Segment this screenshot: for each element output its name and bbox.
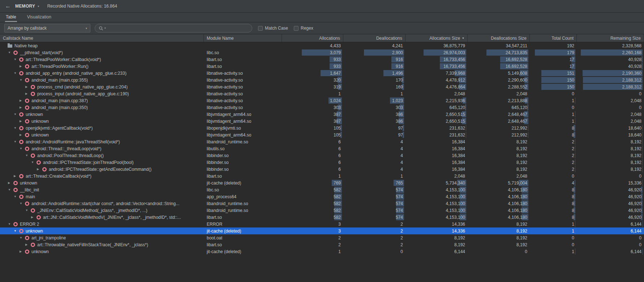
table-row[interactable]: Native heap4,4334,24136,875,77934,547,21… [0,42,644,49]
table-row[interactable]: ▼android_main (main.cpp:355)libnative-ac… [0,77,644,83]
table-row[interactable]: ▼unknownjit-cache (deleted)3214,3368,192… [0,227,644,234]
column-header-deallocations[interactable]: Deallocations [343,34,405,42]
value-text: 212,992 [512,126,530,131]
table-row[interactable]: ▶unknownlibjvmtiagent_arm64.so3873862,65… [0,118,644,125]
session-selector[interactable]: MEMORY ▾ [15,4,39,9]
value-text: 2,648,467 [508,119,530,124]
deallocations-size-cell: 8,192 [468,152,530,159]
table-row[interactable]: ▼android_app_entry (android_native_app_g… [0,70,644,77]
collapse-arrow-icon[interactable]: ▼ [25,154,31,157]
table-row[interactable]: ▶process_input (android_native_app_glue.… [0,90,644,97]
collapse-arrow-icon[interactable]: ▼ [20,147,25,150]
collapse-arrow-icon[interactable]: ▼ [31,161,37,164]
collapse-arrow-icon[interactable]: ▼ [8,51,13,54]
collapse-arrow-icon[interactable]: ▼ [8,222,13,226]
regex-checkbox[interactable]: Regex [294,26,313,31]
expand-arrow-icon[interactable]: ▶ [20,65,25,68]
column-header-allocations[interactable]: Allocations [282,34,343,42]
match-case-checkbox[interactable]: Match Case [258,26,288,31]
table-row[interactable]: ▼ERROR 2ERROR3214,3368,19216,144 [0,221,644,227]
collapse-arrow-icon[interactable]: ▼ [20,236,25,239]
table-row[interactable]: ▼mainapp_process645825744,153,1004,106,1… [0,193,644,200]
expand-arrow-icon[interactable]: ▶ [25,92,31,95]
table-row[interactable]: ▼openjdkjvmti::AgentCallback(void*)libop… [0,125,644,131]
table-row[interactable]: ▶art::ThreadPoolWorker::Run()libart.so93… [0,63,644,70]
table-row[interactable]: ▼unknownlibjvmtiagent_arm64.so3873862,65… [0,111,644,118]
value-text: 2,290,600 [508,78,530,83]
expand-arrow-icon[interactable]: ▶ [14,174,19,178]
value-text: 2 [572,160,577,165]
column-header-total-count[interactable]: Total Count [530,34,577,42]
column-header-deallocations-size[interactable]: Deallocations Size [468,34,530,42]
allocation-site-icon [19,229,23,233]
collapse-arrow-icon[interactable]: ▼ [25,209,31,212]
collapse-arrow-icon[interactable]: ▼ [14,126,19,130]
expand-arrow-icon[interactable]: ▶ [20,250,25,253]
expand-arrow-icon[interactable]: ▶ [20,120,25,123]
collapse-arrow-icon[interactable]: ▼ [14,229,19,233]
deallocations-cell: 4 [343,152,405,159]
tab-visualization[interactable]: Visualization [26,13,52,22]
table-row[interactable]: ▼android::Thread::_threadLoop(void*)libu… [0,145,644,152]
arrange-dropdown[interactable]: Arrange by callstack ▾ [4,24,90,32]
expand-arrow-icon[interactable]: ▶ [20,99,25,102]
table-row[interactable]: ▼android::IPCThreadState::joinThreadPool… [0,159,644,166]
collapse-arrow-icon[interactable]: ▼ [20,78,25,82]
collapse-arrow-icon[interactable]: ▼ [8,188,13,191]
expand-arrow-icon[interactable]: ▶ [20,133,25,136]
expand-arrow-icon[interactable]: ▶ [8,181,13,185]
value-text: 2 [572,146,577,151]
search-field[interactable]: ▾ [95,24,252,32]
back-arrow-icon[interactable]: ← [5,0,11,12]
table-row[interactable]: ▼android::PoolThread::threadLoop()libbin… [0,152,644,159]
expand-arrow-icon[interactable]: ▶ [31,216,37,219]
table-row[interactable]: ▶art::Thread::CreateCallback(void*)libar… [0,173,644,179]
value-text: 18,640 [628,133,644,138]
collapse-arrow-icon[interactable]: ▼ [14,58,19,61]
table-row[interactable]: ▶art::Throwable_nativeFillInStackTrace(_… [0,241,644,248]
callstack-name: __pthread_start(void*) [20,50,63,55]
column-header-allocations-size[interactable]: Allocations Size▼ [405,34,468,42]
column-header-remaining-size[interactable]: Remaining Size [577,34,644,42]
table-row[interactable]: ▶android::IPCThreadState::getAndExecuteC… [0,166,644,173]
tab-table[interactable]: Table [5,13,17,22]
table-row[interactable]: ▼__libc_initlibc.so5825744,153,1004,106,… [0,186,644,193]
table-row[interactable]: ▶process_cmd (android_native_app_glue.c:… [0,83,644,90]
table-row[interactable]: ▼android::AndroidRuntime::javaThreadShel… [0,138,644,145]
table-row[interactable]: ▼android::AndroidRuntime::start(char con… [0,200,644,207]
expand-arrow-icon[interactable]: ▶ [25,243,31,246]
table-row[interactable]: ▼_JNIEnv::CallStaticVoidMethod(_jclass*,… [0,207,644,214]
search-input[interactable] [108,25,248,31]
collapse-arrow-icon[interactable]: ▼ [14,71,19,75]
expand-arrow-icon[interactable]: ▶ [20,106,25,109]
callstack-name: openjdkjvmti::AgentCallback(void*) [26,126,93,131]
table-row[interactable]: ▶unknownjit-cache (deleted)7697655,734,3… [0,179,644,186]
column-header-module-name[interactable]: Module Name [204,34,282,42]
callstack-cell: ▼art::ThreadPoolWorker::Callback(void*) [0,56,204,63]
table-row[interactable]: ▼__pthread_start(void*)libc.so3,0792,900… [0,49,644,56]
callstack-cell: ▶unknown [0,118,204,125]
table-row[interactable]: ▼art_jni_trampolineboot.oat228,1928,1920… [0,234,644,241]
expand-arrow-icon[interactable]: ▶ [25,85,31,88]
total-count-cell: 2 [530,138,577,145]
table-row[interactable]: ▶art::JNI::CallStaticVoidMethodV(_JNIEnv… [0,214,644,221]
table-row[interactable]: ▶android_main (main.cpp:350)libnative-ac… [0,104,644,111]
value-text: 0 [639,105,644,110]
allocation-site-icon [19,140,23,144]
table-row[interactable]: ▼art::ThreadPoolWorker::Callback(void*)l… [0,56,644,63]
table-row[interactable]: ▶unknownlibjvmtiagent_arm64.so10597231,6… [0,131,644,138]
table-row[interactable]: ▶unknownjit-cache (deleted)106,144016,14… [0,248,644,255]
value-text: 6 [338,146,343,151]
column-header-callstack-name[interactable]: Callstack Name [0,34,204,42]
value-text: 2 [400,229,405,234]
callstack-name: unknown [31,119,49,124]
deallocations-cell: 2,900 [343,49,405,56]
table-row[interactable]: ▶android_main (main.cpp:387)libnative-ac… [0,97,644,104]
collapse-arrow-icon[interactable]: ▼ [14,195,19,198]
collapse-arrow-icon[interactable]: ▼ [20,202,25,205]
value-text: 8,192 [454,235,468,240]
collapse-arrow-icon[interactable]: ▼ [14,113,19,116]
expand-arrow-icon[interactable]: ▶ [37,168,42,171]
collapse-arrow-icon[interactable]: ▼ [14,140,19,143]
value-text: 8,192 [631,167,644,172]
